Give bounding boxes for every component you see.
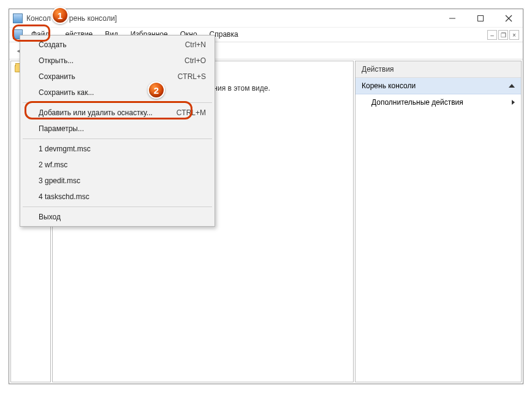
menu-options[interactable]: Параметры... bbox=[21, 121, 213, 137]
menu-exit[interactable]: Выход bbox=[21, 209, 213, 225]
mdi-controls: – ❐ × bbox=[487, 30, 519, 40]
actions-pane: Действия Корень консоли Дополнительные д… bbox=[355, 61, 522, 382]
mdi-close-icon[interactable]: × bbox=[509, 30, 519, 40]
file-dropdown: СоздатьCtrl+N Открыть...Ctrl+O Сохранить… bbox=[20, 35, 215, 227]
actions-more-label: Дополнительные действия bbox=[371, 98, 463, 107]
menu-recent-1[interactable]: 1 devmgmt.msc bbox=[21, 141, 213, 157]
menu-open[interactable]: Открыть...Ctrl+O bbox=[21, 53, 213, 69]
menu-recent-3[interactable]: 3 gpedit.msc bbox=[21, 173, 213, 189]
menu-save-as[interactable]: Сохранить как... bbox=[21, 85, 213, 100]
menu-add-remove-snapin[interactable]: Добавить или удалить оснастку...CTRL+M bbox=[21, 105, 213, 121]
menu-separator bbox=[23, 206, 212, 207]
titlebar: Консол рень консоли] bbox=[9, 9, 523, 28]
app-icon bbox=[13, 13, 23, 23]
submenu-arrow-icon bbox=[512, 100, 515, 105]
svg-rect-1 bbox=[478, 15, 484, 21]
window-title: Консол рень консоли] bbox=[26, 14, 438, 23]
menu-save[interactable]: СохранитьCTRL+S bbox=[21, 69, 213, 85]
mdi-restore-icon[interactable]: ❐ bbox=[498, 30, 508, 40]
actions-more-row[interactable]: Дополнительные действия bbox=[355, 94, 521, 110]
menu-separator bbox=[23, 102, 212, 103]
menu-recent-2[interactable]: 2 wf.msc bbox=[21, 157, 213, 173]
mdi-minimize-icon[interactable]: – bbox=[487, 30, 497, 40]
marker-1: 1 bbox=[51, 7, 69, 24]
actions-root-label: Корень консоли bbox=[362, 81, 416, 90]
menu-separator bbox=[23, 138, 212, 139]
menu-recent-4[interactable]: 4 taskschd.msc bbox=[21, 189, 213, 205]
menu-new[interactable]: СоздатьCtrl+N bbox=[21, 37, 213, 53]
close-button[interactable] bbox=[495, 9, 523, 28]
marker-2: 2 bbox=[148, 81, 165, 99]
collapse-icon bbox=[509, 84, 515, 88]
actions-header: Действия bbox=[355, 61, 521, 78]
maximize-button[interactable] bbox=[466, 9, 495, 28]
actions-root-row[interactable]: Корень консоли bbox=[355, 78, 521, 94]
minimize-button[interactable] bbox=[438, 9, 466, 28]
